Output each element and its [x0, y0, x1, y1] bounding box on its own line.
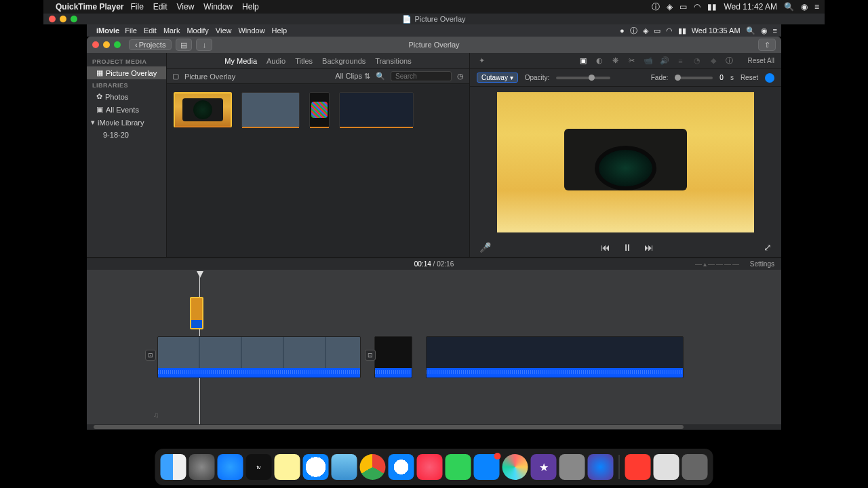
- timeline[interactable]: ⊡ ⊡ ♫: [87, 270, 781, 430]
- dock-siri[interactable]: [588, 454, 614, 480]
- dock-system-preferences[interactable]: [189, 454, 215, 480]
- inner-battery-icon[interactable]: ▮▮: [678, 26, 686, 35]
- dock-app-store[interactable]: [218, 454, 243, 480]
- inner-help-menu[interactable]: Help: [272, 26, 288, 35]
- dock-chrome[interactable]: [360, 454, 386, 480]
- outer-zoom-button[interactable]: [71, 16, 77, 22]
- info-icon[interactable]: ⓘ: [725, 56, 734, 66]
- timeline-clip-1[interactable]: [157, 336, 361, 378]
- spotlight-icon[interactable]: 🔍: [784, 2, 794, 12]
- clip-filter-dropdown[interactable]: All Clips ⇅: [335, 72, 370, 81]
- reset-all-button[interactable]: Reset All: [748, 57, 774, 64]
- noise-icon[interactable]: ≡: [676, 56, 686, 66]
- volume-icon[interactable]: 🔊: [660, 56, 669, 66]
- dock-music[interactable]: [417, 454, 443, 480]
- clip-edge-left-icon[interactable]: ⊡: [145, 350, 156, 361]
- enhance-wand-icon[interactable]: ✦: [477, 56, 486, 66]
- timeline-scrollbar[interactable]: [87, 424, 781, 430]
- sidebar-item-all-events[interactable]: ▣All Events: [87, 103, 166, 116]
- overlay-settings-icon[interactable]: ▣: [578, 56, 588, 66]
- inner-record-icon[interactable]: ●: [620, 26, 625, 35]
- tab-audio[interactable]: Audio: [267, 57, 285, 65]
- outer-window-menu[interactable]: Window: [203, 2, 233, 12]
- speed-icon[interactable]: ◔: [692, 56, 702, 66]
- close-button[interactable]: [92, 41, 99, 48]
- inner-notification-icon[interactable]: ≡: [773, 26, 777, 35]
- dock-document[interactable]: [654, 454, 679, 480]
- tab-transitions[interactable]: Transitions: [375, 57, 411, 65]
- search-input[interactable]: [391, 71, 452, 81]
- stabilize-icon[interactable]: 📹: [644, 56, 653, 66]
- voiceover-mic-icon[interactable]: 🎤: [479, 242, 491, 253]
- inner-spotlight-icon[interactable]: 🔍: [746, 26, 755, 35]
- outer-app-name[interactable]: QuickTime Player: [56, 2, 124, 12]
- inner-info-icon[interactable]: ⓘ: [630, 26, 637, 36]
- inner-modify-menu[interactable]: Modify: [186, 26, 208, 35]
- timeline-settings-button[interactable]: Settings: [750, 260, 774, 268]
- dock-pixelmator[interactable]: [559, 454, 585, 480]
- notification-center-icon[interactable]: ≡: [814, 2, 819, 12]
- inner-file-menu[interactable]: File: [125, 26, 137, 35]
- dock-finder[interactable]: [161, 454, 186, 480]
- playhead-marker-icon[interactable]: [197, 271, 203, 278]
- back-to-projects-button[interactable]: ‹Projects: [129, 39, 172, 50]
- siri-icon[interactable]: ◉: [801, 2, 808, 12]
- timeline-clip-3[interactable]: [426, 336, 684, 378]
- inner-siri-icon[interactable]: ◉: [761, 26, 768, 35]
- outer-minimize-button[interactable]: [60, 16, 66, 22]
- color-balance-icon[interactable]: ◐: [595, 56, 604, 66]
- overlay-mode-dropdown[interactable]: Cutaway ▾: [477, 73, 518, 83]
- inner-window-menu[interactable]: Window: [238, 26, 264, 35]
- sidebar-item-photos[interactable]: ✿Photos: [87, 90, 166, 103]
- dock-messages[interactable]: [446, 454, 471, 480]
- apply-check-icon[interactable]: [765, 73, 774, 83]
- sidebar-item-library[interactable]: ▾iMovie Library: [87, 116, 166, 129]
- inner-app-name[interactable]: iMovie: [96, 26, 119, 35]
- inner-wifi-icon[interactable]: ◠: [666, 26, 673, 35]
- media-clip-iphone[interactable]: [309, 92, 330, 127]
- dock-clock[interactable]: [303, 454, 329, 480]
- timeline-overlay-clip[interactable]: [190, 297, 203, 329]
- outer-help-menu[interactable]: Help: [242, 2, 259, 12]
- inner-airplay-icon[interactable]: ▭: [654, 26, 660, 35]
- inner-mark-menu[interactable]: Mark: [163, 26, 180, 35]
- inner-clock[interactable]: Wed 10:35 AM: [692, 26, 741, 35]
- media-clip-screen[interactable]: [339, 92, 414, 127]
- dock-mail[interactable]: [332, 454, 357, 480]
- next-button[interactable]: ⏭: [644, 242, 654, 253]
- sidebar-item-project[interactable]: ▦Picture Overlay: [87, 66, 166, 79]
- zoom-slider[interactable]: —▴————: [695, 260, 741, 268]
- outer-view-menu[interactable]: View: [177, 2, 195, 12]
- sidebar-item-event[interactable]: 9-18-20: [87, 129, 166, 141]
- airplay-icon[interactable]: ▭: [679, 2, 687, 12]
- reset-button[interactable]: Reset: [741, 74, 758, 81]
- minimize-button[interactable]: [103, 41, 110, 48]
- pause-button[interactable]: ⏸: [623, 242, 632, 253]
- outer-file-menu[interactable]: File: [131, 2, 144, 12]
- filter-icon[interactable]: ◆: [709, 56, 718, 66]
- zoom-button[interactable]: [114, 41, 121, 48]
- tab-my-media[interactable]: My Media: [224, 57, 257, 65]
- sync-status-icon[interactable]: ◈: [667, 2, 673, 12]
- battery-icon[interactable]: ▮▮: [707, 2, 717, 12]
- appearance-options-icon[interactable]: ◷: [457, 72, 464, 81]
- fade-slider[interactable]: [675, 77, 713, 79]
- dock-notes[interactable]: [275, 454, 300, 480]
- timeline-clip-2[interactable]: [374, 336, 412, 378]
- inner-edit-menu[interactable]: Edit: [144, 26, 157, 35]
- media-clip-person[interactable]: [241, 92, 300, 127]
- library-list-button[interactable]: ▤: [176, 39, 192, 51]
- outer-edit-menu[interactable]: Edit: [153, 2, 167, 12]
- inner-sync-icon[interactable]: ◈: [643, 26, 648, 35]
- clip-view-icon[interactable]: ▢: [172, 72, 179, 81]
- wifi-icon[interactable]: ◠: [694, 2, 701, 12]
- dock-photos[interactable]: [502, 454, 528, 480]
- info-status-icon[interactable]: ⓘ: [652, 1, 660, 13]
- dock-chat[interactable]: [474, 454, 500, 480]
- import-button[interactable]: ↓: [196, 39, 212, 51]
- fullscreen-icon[interactable]: ⤢: [764, 242, 772, 253]
- dock-trash[interactable]: [682, 454, 708, 480]
- dock-folder[interactable]: [625, 454, 651, 480]
- outer-clock[interactable]: Wed 11:42 AM: [724, 2, 777, 12]
- dock-imovie[interactable]: ★: [531, 454, 557, 480]
